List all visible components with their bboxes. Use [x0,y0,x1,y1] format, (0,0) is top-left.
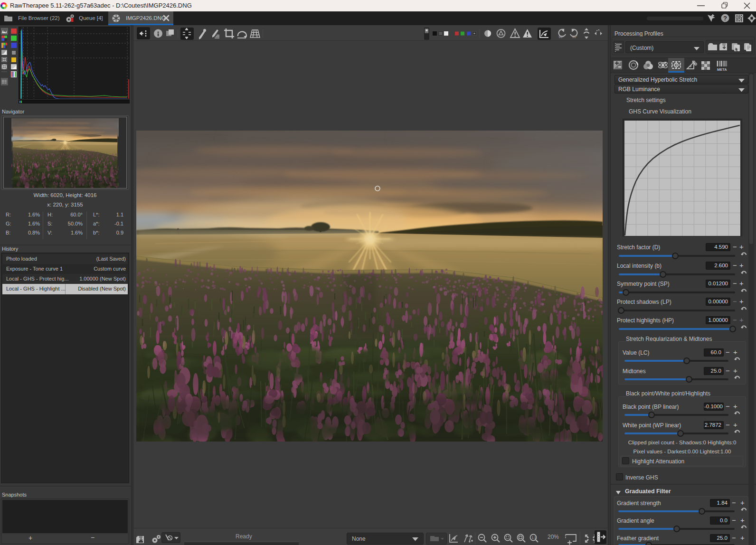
svg-text:1:1: 1:1 [532,536,537,539]
svg-text:90°: 90° [559,35,564,38]
svg-text:META: META [717,67,727,72]
svg-text:?: ? [723,15,727,22]
svg-text:90°: 90° [572,35,577,38]
